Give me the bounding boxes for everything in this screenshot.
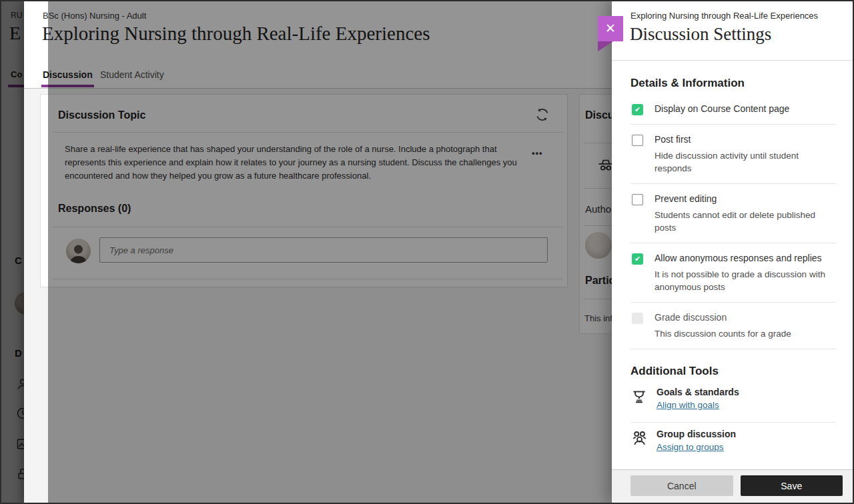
option-display-on-course-content: ✔ Display on Course Content page [630,94,836,125]
option-description: Students cannot edit or delete published… [655,209,827,234]
option-label: Display on Course Content page [655,103,789,114]
option-label: Allow anonymous responses and replies [655,253,827,263]
checkbox-display-on-course-content[interactable]: ✔ [632,104,643,115]
panel-breadcrumb: Exploring Nursing through Real-Life Expe… [630,11,841,21]
checkbox-prevent-editing[interactable] [632,194,643,205]
option-grade-discussion: Grade discussion This discussion counts … [630,303,836,349]
checkbox-grade-discussion [632,313,643,324]
option-description: Hide discussion activity until student r… [655,149,827,175]
save-button[interactable]: Save [741,475,843,496]
option-label: Post first [655,134,827,145]
panel-title: Discussion Settings [630,24,771,45]
assign-to-groups-link[interactable]: Assign to groups [657,442,724,452]
tools-section-heading: Additional Tools [630,365,836,378]
panel-body: Details & Information ✔ Display on Cours… [630,61,836,469]
goals-icon [630,387,648,406]
tool-title: Goals & standards [657,387,739,397]
checkbox-post-first[interactable] [632,135,643,146]
groups-icon [630,429,648,448]
option-allow-anonymous: ✔ Allow anonymous responses and replies … [630,243,836,303]
screen: RU E Co C D BSc (Hons) Nursing - Adult E… [0,0,854,504]
option-description: This discussion counts for a grade [655,327,791,340]
option-description: It is not possible to grade a discussion… [655,268,827,293]
option-label: Grade discussion [655,312,791,323]
details-section-heading: Details & Information [630,77,836,90]
option-post-first: Post first Hide discussion activity unti… [630,125,836,184]
panel-footer: Cancel Save [612,469,854,504]
option-label: Prevent editing [655,193,827,204]
option-prevent-editing: Prevent editing Students cannot edit or … [630,184,836,243]
tool-title: Group discussion [657,429,736,439]
close-button-fold [598,41,613,51]
align-with-goals-link[interactable]: Align with goals [657,400,719,410]
discussion-settings-panel: ✕ Exploring Nursing through Real-Life Ex… [612,0,854,504]
tool-group-discussion: Group discussion Assign to groups [630,423,836,463]
cancel-button[interactable]: Cancel [630,475,733,496]
checkbox-allow-anonymous[interactable]: ✔ [632,253,643,265]
tool-goals-standards: Goals & standards Align with goals [630,381,836,423]
close-icon[interactable]: ✕ [598,16,623,41]
